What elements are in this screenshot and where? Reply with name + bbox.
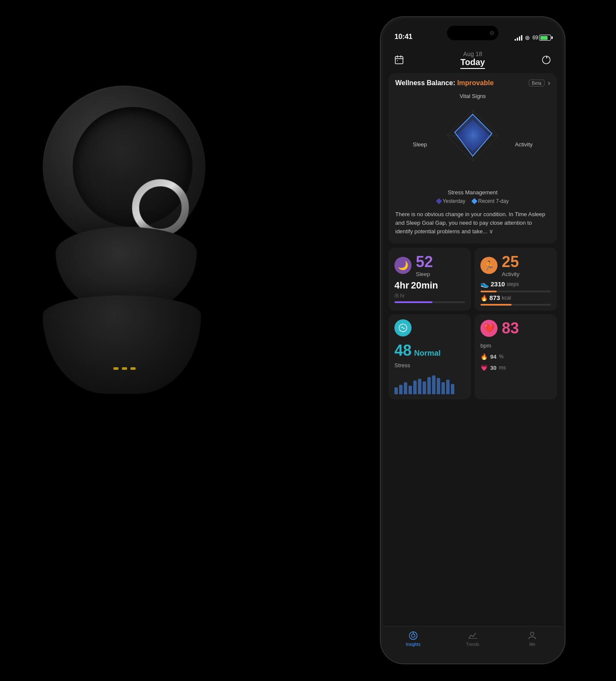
sleep-progress-fill bbox=[394, 301, 432, 303]
header-title: Today bbox=[460, 57, 485, 67]
chart-bar bbox=[418, 379, 421, 394]
activity-card[interactable]: 🏃 25 Activity 👟 2310 steps bbox=[474, 248, 557, 311]
wellness-label: Wellness Balance: Improvable bbox=[395, 79, 494, 87]
metrics-grid-bottom: 48 Normal Stress ❤️ 83 bbox=[388, 314, 557, 399]
wellness-card[interactable]: Wellness Balance: Improvable Beta › Vita… bbox=[388, 73, 557, 244]
sleep-card-header: 🌙 52 Sleep bbox=[394, 253, 465, 277]
metrics-grid-top: 🌙 52 Sleep 4hr 20min /8 hr bbox=[388, 248, 557, 311]
phone-frame: 10:41 ⊛ 69 bbox=[381, 17, 565, 663]
app-content: Aug 18 Today Wellnes bbox=[383, 45, 562, 661]
signal-bar-3 bbox=[519, 36, 520, 41]
sleep-time: 4hr 20min bbox=[394, 280, 465, 291]
svg-point-1 bbox=[136, 183, 185, 232]
tab-me-label: Me bbox=[529, 642, 535, 647]
sleep-score-area: 52 Sleep bbox=[416, 253, 433, 277]
refresh-icon[interactable] bbox=[539, 53, 554, 67]
activity-card-header: 🏃 25 Activity bbox=[480, 253, 551, 277]
tab-insights-label: Insights bbox=[406, 642, 420, 647]
stress-level: Normal bbox=[414, 349, 441, 358]
status-time: 10:41 bbox=[394, 33, 412, 41]
radar-legend: Yesterday Recent 7-day bbox=[437, 198, 509, 204]
ring-case-inner-recess bbox=[73, 107, 192, 227]
heart-icon-circle: ❤️ bbox=[480, 320, 498, 337]
heart-card-header: ❤️ 83 bbox=[480, 319, 551, 337]
chart-bar bbox=[427, 377, 431, 394]
trends-icon bbox=[468, 630, 478, 641]
activity-score: 25 bbox=[502, 253, 519, 271]
chart-bar bbox=[423, 381, 426, 394]
chart-bar bbox=[446, 380, 450, 394]
beta-badge: Beta bbox=[529, 80, 545, 86]
app-header: Aug 18 Today bbox=[383, 45, 562, 73]
sleep-progress-bg bbox=[394, 301, 465, 303]
insights-icon bbox=[408, 630, 418, 641]
kcal-progress-fill bbox=[480, 304, 512, 306]
tab-trends[interactable]: Trends bbox=[443, 630, 502, 647]
stress-number: 48 bbox=[394, 342, 412, 360]
activity-detail: 👟 2310 steps 🔥 873 kcal bbox=[480, 280, 551, 306]
signal-bar-1 bbox=[515, 39, 516, 41]
legend-recent7: Recent 7-day bbox=[472, 198, 509, 204]
stress-score-area: 48 Normal bbox=[394, 342, 465, 360]
status-icons: ⊛ 69 bbox=[515, 34, 551, 41]
calendar-svg bbox=[394, 55, 404, 65]
stress-icon-circle bbox=[394, 319, 412, 336]
readiness-row: 🔥 94 % bbox=[480, 353, 551, 360]
chart-bar bbox=[432, 375, 435, 394]
legend-yesterday-icon bbox=[436, 198, 442, 204]
wellness-status: Improvable bbox=[457, 79, 494, 86]
legend-yesterday-label: Yesterday bbox=[443, 198, 465, 204]
radar-label-vital-signs: Vital Signs bbox=[459, 93, 486, 99]
wellness-label-text: Wellness Balance: bbox=[395, 79, 455, 86]
calendar-icon[interactable] bbox=[392, 53, 406, 67]
battery-fill bbox=[540, 36, 548, 40]
radar-svg-wrapper bbox=[438, 101, 507, 172]
pin-2 bbox=[122, 367, 127, 370]
phone-mockup: 10:41 ⊛ 69 bbox=[381, 17, 565, 663]
stress-card[interactable]: 48 Normal Stress bbox=[388, 314, 471, 399]
signal-bar-2 bbox=[517, 38, 518, 41]
stress-chart bbox=[394, 374, 465, 394]
wellness-title-row: Wellness Balance: Improvable Beta › bbox=[395, 79, 550, 87]
kcal-unit: kcal bbox=[502, 295, 511, 301]
chevron-right-icon: › bbox=[548, 79, 550, 87]
heart-score-area: 83 bbox=[502, 319, 519, 337]
ring-case-lid bbox=[43, 86, 205, 248]
battery-percentage: 69 bbox=[533, 35, 538, 41]
me-icon bbox=[527, 630, 537, 641]
front-camera bbox=[490, 31, 494, 35]
expand-icon[interactable]: ∨ bbox=[489, 228, 493, 235]
chart-bar bbox=[404, 382, 407, 394]
chart-bar bbox=[437, 378, 440, 394]
steps-progress-fill bbox=[480, 291, 497, 292]
wellness-description: There is no obvious change in your condi… bbox=[395, 210, 550, 236]
sleep-hr-unit: hr bbox=[400, 280, 409, 291]
sleep-label: Sleep bbox=[416, 271, 433, 277]
tab-insights[interactable]: Insights bbox=[383, 630, 443, 647]
readiness-unit: % bbox=[499, 354, 503, 360]
ring-device bbox=[34, 86, 227, 556]
signal-bar-4 bbox=[521, 35, 522, 41]
battery-body bbox=[539, 35, 551, 41]
pin-1 bbox=[113, 367, 118, 370]
steps-unit: steps bbox=[506, 281, 519, 287]
svg-marker-14 bbox=[455, 114, 492, 156]
radar-chart-container: Vital Signs Sleep Activity Stress Manage… bbox=[395, 89, 550, 207]
kcal-value: 873 bbox=[489, 294, 500, 301]
sleep-score: 52 bbox=[416, 253, 433, 271]
sleep-hours: 4 bbox=[394, 280, 400, 291]
steps-value: 2310 bbox=[491, 280, 505, 288]
tab-me[interactable]: Me bbox=[503, 630, 562, 647]
sleep-mins: 20 bbox=[411, 280, 421, 291]
stress-card-header bbox=[394, 319, 465, 336]
radar-label-sleep: Sleep bbox=[413, 141, 427, 148]
bpm-value: 83 bbox=[502, 319, 519, 337]
sleep-card[interactable]: 🌙 52 Sleep 4hr 20min /8 hr bbox=[388, 248, 471, 311]
heart-rate-card[interactable]: ❤️ 83 bpm 🔥 94 % 💗 bbox=[474, 314, 557, 399]
activity-label: Activity bbox=[502, 271, 519, 277]
ring-base-bottom bbox=[43, 295, 201, 394]
wellness-desc-text: There is no obvious change in your condi… bbox=[395, 211, 545, 235]
sleep-icon-circle: 🌙 bbox=[394, 257, 412, 274]
bpm-unit: bpm bbox=[480, 342, 551, 349]
stress-label: Stress bbox=[394, 362, 465, 369]
